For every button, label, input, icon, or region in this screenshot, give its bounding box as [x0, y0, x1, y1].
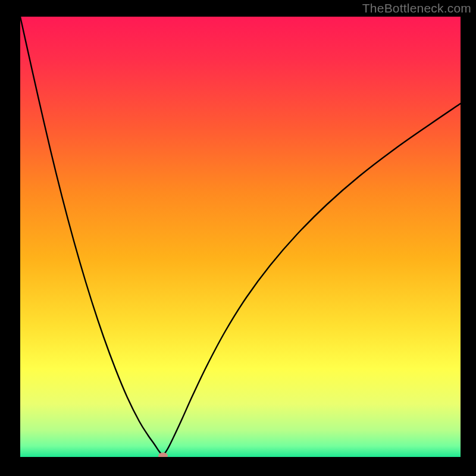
curve-left-branch — [20, 17, 163, 456]
minimum-marker — [158, 453, 168, 458]
curve-right-branch — [163, 104, 461, 456]
plot-area — [20, 17, 461, 457]
chart-frame: TheBottleneck.com — [0, 0, 476, 476]
curve-svg — [20, 17, 461, 457]
watermark-text: TheBottleneck.com — [362, 1, 471, 15]
